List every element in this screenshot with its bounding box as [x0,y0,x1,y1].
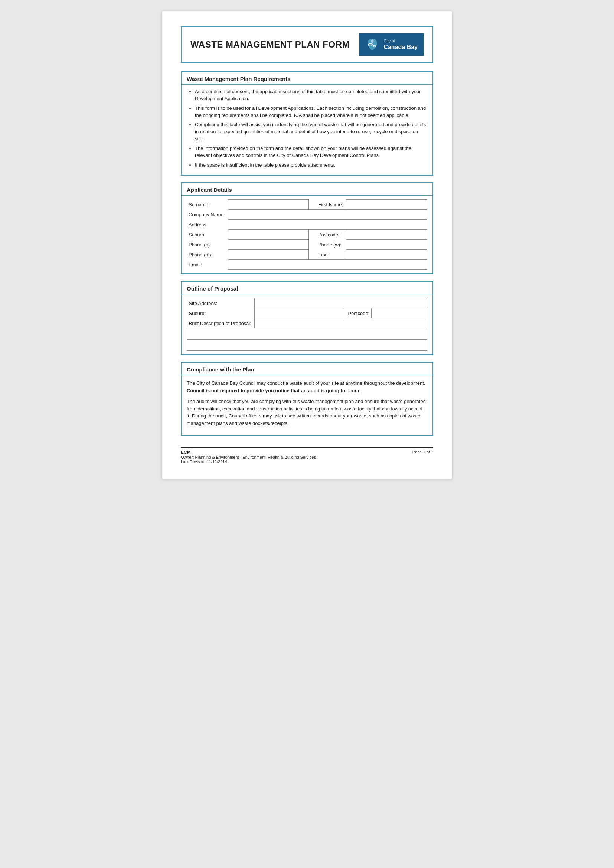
email-input[interactable] [230,261,425,268]
company-name-row: Company Name: [187,210,427,220]
company-name-input-cell[interactable] [228,210,427,220]
first-name-input-cell[interactable] [346,200,427,210]
proposal-table: Site Address: Suburb: Postcode: Brief De… [187,298,427,351]
desc-extra-row-2 [187,339,427,351]
footer: ECM Owner: Planning & Environment - Envi… [181,447,433,464]
brief-desc-input-cell[interactable] [254,318,427,329]
proposal-heading: Outline of Proposal [187,285,427,292]
phone-w-input[interactable] [348,241,425,248]
brief-desc-label: Brief Description of Proposal: [187,318,255,329]
applicant-header: Applicant Details [181,183,433,195]
phone-m-input-cell[interactable] [228,250,309,260]
postcode-input[interactable] [348,231,425,238]
brief-desc-row: Brief Description of Proposal: [187,318,427,329]
page: WASTE MANAGEMENT PLAN FORM City of Canad… [162,11,452,479]
phone-w-input-cell[interactable] [346,240,427,250]
applicant-table: Surname: First Name: Company Name: Addre… [187,199,427,270]
proposal-suburb-input-cell[interactable] [254,308,343,318]
site-address-row: Site Address: [187,298,427,308]
surname-input-cell[interactable] [228,200,309,210]
address-label: Address: [187,220,228,230]
email-input-cell[interactable] [228,260,427,270]
postcode-input-cell[interactable] [346,230,427,240]
compliance-heading: Compliance with the Plan [187,366,427,373]
desc-extra-row-1 [187,329,427,339]
proposal-suburb-row: Suburb: Postcode: [187,308,427,318]
footer-left: ECM Owner: Planning & Environment - Envi… [181,450,316,464]
logo-canada-bay: Canada Bay [383,43,418,50]
applicant-section: Applicant Details Surname: First Name: C… [181,182,433,274]
logo-text: City of Canada Bay [383,39,418,50]
requirements-body: As a condition of consent, the applicabl… [181,85,433,175]
postcode-label: Postcode: [316,230,346,240]
proposal-postcode-input[interactable] [374,310,425,317]
suburb-row: Suburb Postcode: [187,230,427,240]
company-name-input[interactable] [230,211,425,218]
requirements-header: Waste Management Plan Requirements [181,72,433,85]
desc-extra-cell-1[interactable] [187,329,427,339]
canada-bay-logo-icon [365,37,380,52]
site-address-input-cell[interactable] [254,298,427,308]
fax-input[interactable] [348,251,425,258]
suburb-input[interactable] [230,231,307,238]
phone-m-input[interactable] [230,251,307,258]
phone-h-row: Phone (h): Phone (w): [187,240,427,250]
compliance-section: Compliance with the Plan The City of Can… [181,362,433,436]
footer-ecm: ECM [181,450,316,455]
fax-input-cell[interactable] [346,250,427,260]
logo-box: City of Canada Bay [359,33,423,56]
brief-desc-input[interactable] [256,319,425,327]
footer-page: Page 1 of 7 [412,450,433,454]
email-row: Email: [187,260,427,270]
phone-h-label: Phone (h): [187,240,228,250]
compliance-header: Compliance with the Plan [181,363,433,375]
compliance-p1-text: The City of Canada Bay Council may condu… [187,380,425,386]
logo-city-of: City of [383,39,418,43]
site-address-input[interactable] [256,299,425,307]
suburb-label: Suburb [187,230,228,240]
address-input-cell[interactable] [228,220,427,230]
applicant-heading: Applicant Details [187,187,427,193]
proposal-header: Outline of Proposal [181,282,433,294]
surname-row: Surname: First Name: [187,200,427,210]
proposal-suburb-input[interactable] [256,310,341,317]
applicant-body: Surname: First Name: Company Name: Addre… [181,195,433,273]
header-box: WASTE MANAGEMENT PLAN FORM City of Canad… [181,26,433,63]
surname-input[interactable] [230,201,307,208]
desc-extra-input-1[interactable] [189,330,425,338]
surname-label: Surname: [187,200,228,210]
proposal-postcode-input-cell[interactable] [372,308,427,318]
phone-m-row: Phone (m): Fax: [187,250,427,260]
suburb-input-cell[interactable] [228,230,309,240]
footer-right: Page 1 of 7 [412,450,433,454]
compliance-paragraph-1: The City of Canada Bay Council may condu… [187,380,427,394]
requirement-item-2: This form is to be used for all Developm… [195,105,427,119]
address-input[interactable] [230,221,425,228]
requirements-heading: Waste Management Plan Requirements [187,76,427,82]
proposal-postcode-label: Postcode: [343,308,372,318]
requirement-item-3: Completing this table will assist you in… [195,121,427,143]
phone-h-input[interactable] [230,241,307,248]
requirements-section: Waste Management Plan Requirements As a … [181,71,433,175]
first-name-input[interactable] [348,201,425,208]
site-address-label: Site Address: [187,298,255,308]
proposal-suburb-label: Suburb: [187,308,255,318]
desc-extra-cell-2[interactable] [187,339,427,351]
company-name-label: Company Name: [187,210,228,220]
requirement-item-1: As a condition of consent, the applicabl… [195,88,427,102]
fax-label: Fax: [316,250,346,260]
proposal-body: Site Address: Suburb: Postcode: Brief De… [181,294,433,354]
compliance-body: The City of Canada Bay Council may condu… [181,375,433,435]
address-row: Address: [187,220,427,230]
compliance-p1-bold: Council is not required to provide you n… [187,388,361,394]
page-title: WASTE MANAGEMENT PLAN FORM [191,39,350,50]
requirement-item-5: If the space is insufficient in the tabl… [195,162,427,169]
proposal-section: Outline of Proposal Site Address: Suburb… [181,281,433,355]
desc-extra-input-2[interactable] [189,341,425,349]
first-name-label: First Name: [316,200,346,210]
compliance-paragraph-2: The audits will check that you are compl… [187,398,427,427]
requirements-list: As a condition of consent, the applicabl… [187,88,427,169]
phone-h-input-cell[interactable] [228,240,309,250]
requirement-item-4: The information provided on the form and… [195,145,427,159]
footer-last-revised: Last Revised: 11/12/2014 [181,459,316,464]
